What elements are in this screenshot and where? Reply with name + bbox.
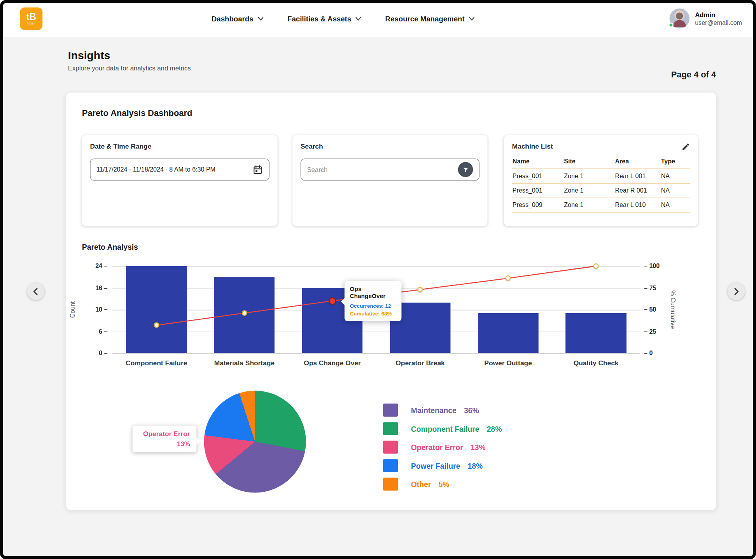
chevron-right-icon	[733, 287, 740, 296]
legend-percent: 18%	[468, 461, 483, 470]
y-axis-title: Count	[69, 301, 76, 318]
machine-table-row[interactable]: Press_009Zone 1Rear L 010NA	[512, 198, 690, 212]
y2-tick-label: – 75	[644, 284, 656, 291]
tooltip-cumulative: Cumulative: 68%	[350, 310, 396, 316]
user-menu[interactable]: Admin user@email.com	[670, 9, 742, 28]
app-viewport: tB tiber Dashboards Facilities & Assets …	[0, 0, 756, 559]
column-header: Site	[564, 158, 615, 165]
table-cell: Zone 1	[564, 187, 615, 194]
avatar-silhouette	[676, 12, 683, 19]
cumulative-point[interactable]	[329, 297, 336, 305]
x-axis-label: Operator Break	[376, 359, 464, 366]
legend-label: Component Failure	[411, 424, 480, 433]
chart-tooltip: Ops ChangeOver Occurrences: 12 Cumulativ…	[344, 281, 401, 321]
machine-table-row[interactable]: Press_001Zone 1Rear L 001NA	[512, 169, 690, 184]
pareto-dashboard-card: Pareto Analysis Dashboard Date & Time Ra…	[66, 93, 716, 510]
date-range-value: 11/17/2024 - 11/18/2024 - 8 AM to 6:30 P…	[96, 166, 252, 173]
cumulative-point[interactable]	[417, 287, 423, 292]
y2-axis-ticks: – 100– 75– 50– 25– 0	[644, 266, 673, 353]
machine-table: NameSiteAreaTypePress_001Zone 1Rear L 00…	[512, 158, 690, 212]
pagination-label: Page 4 of 4	[671, 70, 716, 80]
column-header: Area	[615, 158, 661, 165]
nav-facilities-assets[interactable]: Facilities & Assets	[287, 15, 361, 23]
chevron-left-icon	[33, 287, 39, 296]
calendar-icon[interactable]	[252, 164, 263, 175]
nav-resource-label: Resource Management	[385, 15, 465, 23]
table-cell: Zone 1	[564, 202, 615, 209]
legend-swatch	[383, 404, 398, 417]
x-axis-label: Power Outtage	[464, 359, 552, 366]
legend-item[interactable]: Other5%	[383, 478, 502, 491]
filter-button[interactable]	[458, 162, 473, 177]
y2-tick-label: – 50	[644, 306, 656, 313]
machine-table-row[interactable]: Press_001Zone 1Rear R 001NA	[512, 184, 690, 198]
y-tick-label: 10 –	[95, 306, 107, 313]
legend-item[interactable]: Power Failure18%	[383, 459, 502, 472]
date-range-input[interactable]: 11/17/2024 - 11/18/2024 - 8 AM to 6:30 P…	[90, 159, 270, 181]
nav-resource-management[interactable]: Resource Management	[385, 15, 475, 23]
machine-table-header: NameSiteAreaType	[512, 158, 690, 169]
pencil-icon	[681, 142, 690, 151]
prev-page-button[interactable]	[27, 282, 44, 300]
nav-dashboards[interactable]: Dashboards	[212, 15, 263, 23]
y-tick-label: 6 –	[99, 328, 107, 335]
machine-list-title: Machine List	[512, 142, 553, 150]
filter-icon	[462, 166, 469, 173]
search-input[interactable]	[307, 166, 458, 173]
table-cell: Press_001	[513, 187, 564, 194]
x-axis-label: Component Failure	[112, 359, 200, 366]
y2-tick-label: – 100	[644, 263, 660, 270]
date-panel-title: Date & Time Range	[90, 142, 270, 150]
cumulative-point[interactable]	[154, 322, 159, 328]
table-cell: Rear R 001	[615, 187, 661, 194]
page-title: Insights	[68, 49, 110, 62]
legend-percent: 36%	[464, 406, 479, 414]
legend-label: Maintenance	[411, 406, 457, 414]
chevron-down-icon	[356, 17, 361, 21]
pie-legend: Maintenance36%Component Failure28%Operat…	[383, 404, 502, 496]
x-axis-label: Materials Shortage	[200, 359, 288, 366]
logo-text: tB	[26, 12, 36, 21]
x-axis-label: Ops Change Over	[288, 359, 376, 366]
nav-dashboards-label: Dashboards	[212, 15, 254, 23]
column-header: Type	[661, 158, 690, 165]
nav-facilities-label: Facilities & Assets	[287, 15, 351, 23]
search-panel-title: Search	[301, 142, 480, 150]
legend-item[interactable]: Maintenance36%	[383, 404, 502, 417]
legend-percent: 28%	[487, 424, 502, 433]
cumulative-point[interactable]	[593, 263, 599, 269]
brand-logo[interactable]: tB tiber	[20, 7, 42, 30]
page-subtitle: Explore your data for analytics and metr…	[68, 65, 191, 72]
tooltip-title: Ops ChangeOver	[350, 286, 396, 300]
legend-percent: 13%	[471, 443, 486, 451]
pie-callout-label: Operator Error	[139, 430, 190, 438]
pie-callout: Operator Error 13%	[133, 426, 197, 452]
online-status-dot	[668, 23, 674, 28]
logo-subtext: tiber	[28, 21, 35, 25]
search-input-box	[301, 159, 480, 181]
y-tick-label: 24 –	[95, 263, 107, 270]
legend-swatch	[383, 441, 398, 454]
legend-percent: 5%	[439, 480, 450, 489]
chevron-down-icon	[469, 17, 474, 21]
table-cell: Press_009	[513, 202, 564, 209]
machine-list-panel: Machine List NameSiteAreaTypePress_001Zo…	[504, 135, 698, 226]
y-axis-ticks: 24 –16 –10 –6 –0 –	[82, 266, 108, 353]
legend-swatch	[383, 478, 398, 491]
x-axis-labels: Component FailureMaterials ShortageOps C…	[112, 359, 640, 366]
top-navbar: tB tiber Dashboards Facilities & Assets …	[0, 0, 756, 37]
cumulative-point[interactable]	[242, 310, 247, 316]
date-range-panel: Date & Time Range 11/17/2024 - 11/18/202…	[82, 135, 278, 226]
table-cell: NA	[661, 187, 690, 194]
pie-chart[interactable]	[204, 391, 306, 492]
legend-swatch	[383, 459, 398, 472]
user-email: user@email.com	[695, 19, 742, 26]
cumulative-point[interactable]	[506, 275, 511, 281]
legend-label: Power Failure	[411, 461, 460, 470]
edit-machine-list-button[interactable]	[681, 142, 690, 151]
legend-item[interactable]: Component Failure28%	[383, 422, 502, 435]
legend-item[interactable]: Operator Error13%	[383, 441, 502, 454]
y-tick-label: 16 –	[95, 284, 107, 291]
next-page-button[interactable]	[728, 282, 745, 300]
y2-axis-title: % Cumulative	[669, 290, 676, 329]
